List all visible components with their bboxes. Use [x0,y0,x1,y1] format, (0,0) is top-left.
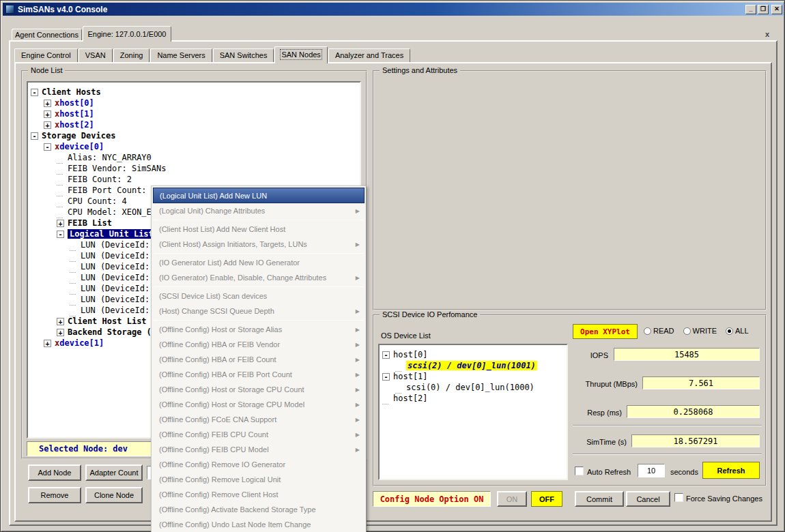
menu-item[interactable]: (Offline Config) Activate Backend Storag… [153,502,365,517]
submenu-arrow-icon: ▶ [356,447,360,453]
tree-node-label: host[0] [59,98,94,108]
tab-name-servers[interactable]: Name Servers [150,48,212,62]
collapse-icon[interactable]: - [31,89,38,96]
expand-icon[interactable]: + [44,100,51,107]
auto-refresh-checkbox[interactable] [575,467,584,475]
menu-item[interactable]: (Client Host) Assign Initiators, Targets… [153,237,365,252]
tab-vsan[interactable]: VSAN [78,48,113,62]
refresh-button[interactable]: Refresh [702,462,760,479]
tab-analyzer-and-traces[interactable]: Analyzer and Traces [328,48,410,62]
menu-item[interactable]: (Offline Config) HBA or FEIB Vendor▶ [153,337,365,352]
tab-san-switches[interactable]: SAN Switches [213,48,274,62]
io-performance-title: SCSI Device IO Perfomance [380,310,480,319]
menu-item-label: (Offline Config) FEIB CPU Count [159,430,268,439]
tree-node[interactable]: +x host[2] [28,119,360,130]
close-button[interactable]: ✕ [771,5,782,14]
tree-node[interactable]: host[2] [380,393,567,404]
tab-close-icon[interactable]: x [765,30,769,38]
minimize-button[interactable]: _ [745,5,756,14]
tree-node-label: FEIB List [68,218,112,228]
expand-icon[interactable]: + [57,318,64,325]
tree-node-label: host[0] [393,350,428,359]
tab-engine-control[interactable]: Engine Control [14,48,78,62]
menu-item[interactable]: (Offline Config) FEIB CPU Count▶ [153,427,365,442]
tree-node-label: device[0] [59,142,104,151]
tree-node[interactable]: scsi(0) / dev[0]_lun(1000) [380,382,567,393]
collapse-icon[interactable]: - [31,132,38,140]
tree-node[interactable]: -Client Hosts [28,87,360,98]
expand-icon[interactable]: + [57,329,64,336]
open-xyplot-button[interactable]: Open XYPlot [573,324,638,339]
menu-item[interactable]: (Logical Unit) Change Attributes▶ [153,203,365,218]
config-on-button[interactable]: ON [497,491,527,507]
adapter-count-button[interactable]: Adapter Count [85,464,143,481]
tree-node[interactable]: FEIB Vendor: SimSANs [28,163,360,174]
tree-node[interactable]: Alias: NYC_ARRAY0 [28,152,360,163]
menu-item[interactable]: (Offline Config) Undo Last Node Item Cha… [153,517,365,532]
collapse-icon[interactable]: - [57,231,64,238]
tree-node-label: FEIB Port Count: [68,186,147,195]
tree-node[interactable]: +x host[1] [28,108,360,119]
tab-san-nodes[interactable]: SAN Nodes [274,46,327,63]
tree-node[interactable]: FEIB Count: 2 [28,174,360,185]
expand-icon[interactable]: + [44,110,51,118]
force-saving-checkbox[interactable] [674,493,683,502]
menu-item[interactable]: (Offline Config) HBA or FEIB Port Count▶ [153,367,365,382]
tree-node[interactable]: -Storage Devices [28,130,360,141]
collapse-icon[interactable]: - [44,143,51,151]
maximize-button[interactable]: ❐ [758,5,769,14]
tree-node-label: Alias: NYC_ARRAY0 [68,153,152,162]
iops-label: IOPS [551,351,608,359]
radio-all[interactable]: ALL [726,327,749,335]
tab-agent-connections[interactable]: Agent Connections [12,29,82,40]
menu-item[interactable]: (Offline Config) HBA or FEIB Count▶ [153,352,365,367]
tree-node[interactable]: -host[0] [380,349,567,360]
submenu-arrow-icon: ▶ [356,275,360,281]
config-off-button[interactable]: OFF [531,491,562,507]
menu-item[interactable]: (Offline Config) Remove Client Host [153,487,365,502]
refresh-interval-input[interactable] [638,464,665,477]
menu-item[interactable]: (Offline Config) Host or Storage CPU Cou… [153,382,365,397]
tab-zoning[interactable]: Zoning [113,48,150,62]
tree-node[interactable]: -host[1] [380,371,567,382]
settings-title: Settings and Attributes [380,66,460,74]
clone-node-button[interactable]: Clone Node [85,487,143,503]
expand-icon[interactable]: + [44,121,51,129]
menu-item[interactable]: (IO Generator) Enable, Disable, Change A… [153,270,365,285]
submenu-arrow-icon: ▶ [356,372,360,378]
menu-item[interactable]: (Host) Change SCSI Queue Depth▶ [153,304,365,319]
tree-node[interactable]: +x host[0] [28,98,360,108]
os-device-tree[interactable]: -host[0]scsi(2) / dev[0]_lun(1001)-host[… [378,344,568,480]
collapse-icon[interactable]: - [382,373,390,381]
menu-item-label: (Offline Config) Host or Storage Alias [159,325,282,334]
titlebar[interactable]: SimSANs v4.0 Console _ ❐ ✕ [3,3,784,16]
tree-node[interactable]: scsi(2) / dev[0]_lun(1001) [380,360,567,371]
menu-item[interactable]: (Offline Config) Remove IO Generator [153,457,365,472]
tree-node[interactable]: -x device[0] [28,141,360,152]
collapse-icon[interactable]: - [382,351,390,359]
menu-item[interactable]: (Client Host List) Add New Client Host [153,222,365,237]
expand-icon[interactable]: + [44,340,51,347]
menu-item-label: (Offline Config) Activate Backend Storag… [159,505,316,514]
radio-read[interactable]: READ [644,327,674,335]
cancel-button[interactable]: Cancel [626,491,670,507]
tab-engine[interactable]: Engine: 127.0.0.1/E000 [83,26,171,42]
menu-item[interactable]: (Offline Config) FCoE CNA Support▶ [153,412,365,427]
menu-item[interactable]: (Offline Config) Host or Storage CPU Mod… [153,397,365,412]
remove-button[interactable]: Remove [28,487,81,503]
add-node-button[interactable]: Add Node [28,464,81,481]
menu-item[interactable]: (Logical Unit List) Add New LUN [153,188,365,203]
menu-item-label: (Offline Config) HBA or FEIB Vendor [159,340,280,349]
menu-item[interactable]: (IO Generator List) Add New IO Generator [153,255,365,270]
tree-node-label: LUN (DeviceId: [81,273,149,282]
radio-write[interactable]: WRITE [683,327,717,335]
menu-item[interactable]: (Offline Config) Remove Logical Unit [153,472,365,487]
menu-item-label: (Offline Config) Undo Last Node Item Cha… [159,520,311,529]
selected-node-text: Selected Node: dev [39,444,128,454]
menu-item-label: (Client Host List) Add New Client Host [159,225,285,233]
expand-icon[interactable]: + [57,220,64,227]
commit-button[interactable]: Commit [575,491,624,507]
menu-item[interactable]: (Offline Config) FEIB CPU Model▶ [153,442,365,457]
menu-item[interactable]: (Offline Config) Host or Storage Alias▶ [153,322,365,337]
menu-item[interactable]: (SCSI Device List) Scan devices [153,289,365,304]
